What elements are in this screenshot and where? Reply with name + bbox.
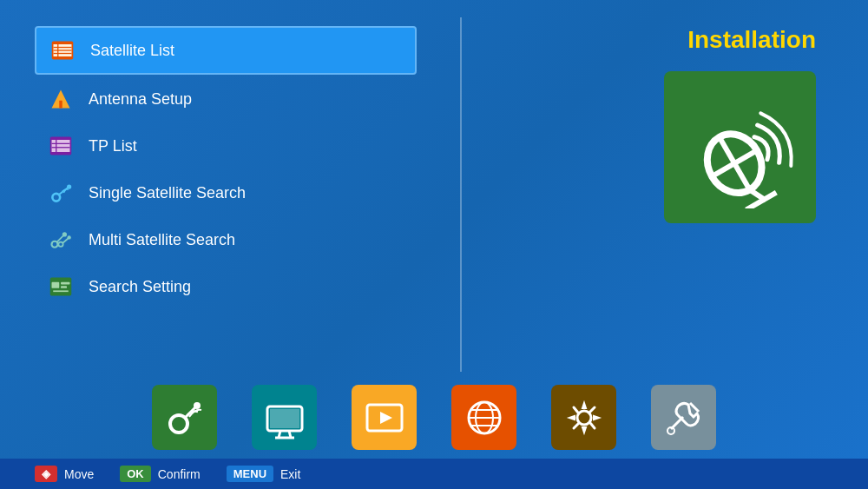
move-badge: ◈ bbox=[35, 466, 57, 482]
svg-rect-36 bbox=[270, 409, 299, 428]
bottom-icon-settings[interactable] bbox=[551, 385, 616, 450]
svg-rect-23 bbox=[52, 282, 60, 288]
bottom-icon-tv[interactable] bbox=[252, 385, 317, 450]
footer-move: ◈ Move bbox=[35, 466, 94, 482]
satellite-list-icon bbox=[49, 36, 76, 64]
svg-line-20 bbox=[63, 238, 69, 242]
menu-item-multi-satellite-search[interactable]: Multi Satellite Search bbox=[35, 217, 417, 262]
footer-confirm: OK Confirm bbox=[120, 466, 201, 482]
svg-rect-25 bbox=[61, 286, 67, 288]
panel-divider bbox=[460, 17, 462, 372]
right-panel: Installation bbox=[505, 17, 833, 372]
content-area: Satellite List Antenna Setup bbox=[35, 17, 833, 372]
svg-point-21 bbox=[67, 235, 70, 239]
single-satellite-search-icon bbox=[47, 179, 75, 207]
footer-exit: MENU Exit bbox=[227, 466, 301, 482]
search-setting-icon bbox=[47, 273, 75, 301]
main-container: Satellite List Antenna Setup bbox=[0, 0, 868, 489]
tp-list-label: TP List bbox=[89, 137, 137, 155]
installation-title: Installation bbox=[687, 26, 816, 54]
bottom-icons-row bbox=[35, 372, 833, 459]
menu-item-antenna-setup[interactable]: Antenna Setup bbox=[35, 76, 417, 122]
menu-item-search-setting[interactable]: Search Setting bbox=[35, 264, 417, 309]
satellite-preview bbox=[664, 71, 816, 223]
svg-line-48 bbox=[690, 403, 699, 412]
menu-panel: Satellite List Antenna Setup bbox=[35, 26, 417, 372]
move-label: Move bbox=[64, 467, 94, 481]
menu-item-satellite-list[interactable]: Satellite List bbox=[35, 26, 417, 75]
svg-line-29 bbox=[712, 150, 757, 176]
svg-rect-9 bbox=[52, 140, 70, 152]
tp-list-icon bbox=[47, 132, 75, 160]
search-setting-label: Search Setting bbox=[89, 278, 191, 296]
confirm-label: Confirm bbox=[158, 467, 201, 481]
bottom-icon-media[interactable] bbox=[352, 385, 417, 450]
satellite-list-label: Satellite List bbox=[90, 42, 174, 60]
menu-item-single-satellite-search[interactable]: Single Satellite Search bbox=[35, 170, 417, 215]
exit-label: Exit bbox=[280, 467, 300, 481]
svg-point-34 bbox=[194, 402, 201, 409]
menu-item-tp-list[interactable]: TP List bbox=[35, 123, 417, 169]
exit-badge: MENU bbox=[227, 466, 273, 482]
svg-line-17 bbox=[57, 235, 64, 242]
antenna-setup-icon bbox=[47, 85, 75, 113]
svg-rect-7 bbox=[59, 101, 62, 109]
footer-bar: ◈ Move OK Confirm MENU Exit bbox=[0, 459, 868, 489]
multi-satellite-search-label: Multi Satellite Search bbox=[89, 231, 235, 249]
svg-point-16 bbox=[52, 241, 58, 248]
bottom-icon-satellite[interactable] bbox=[152, 385, 217, 450]
svg-point-13 bbox=[52, 194, 60, 202]
bottom-icon-internet[interactable] bbox=[451, 385, 516, 450]
antenna-setup-label: Antenna Setup bbox=[89, 90, 192, 109]
bottom-icon-tools[interactable] bbox=[651, 385, 716, 450]
svg-rect-24 bbox=[61, 282, 70, 285]
confirm-badge: OK bbox=[120, 466, 151, 482]
svg-marker-41 bbox=[380, 412, 392, 424]
svg-point-18 bbox=[62, 232, 67, 236]
multi-satellite-search-icon bbox=[47, 226, 75, 254]
single-satellite-search-label: Single Satellite Search bbox=[89, 184, 246, 202]
svg-point-19 bbox=[58, 242, 62, 247]
